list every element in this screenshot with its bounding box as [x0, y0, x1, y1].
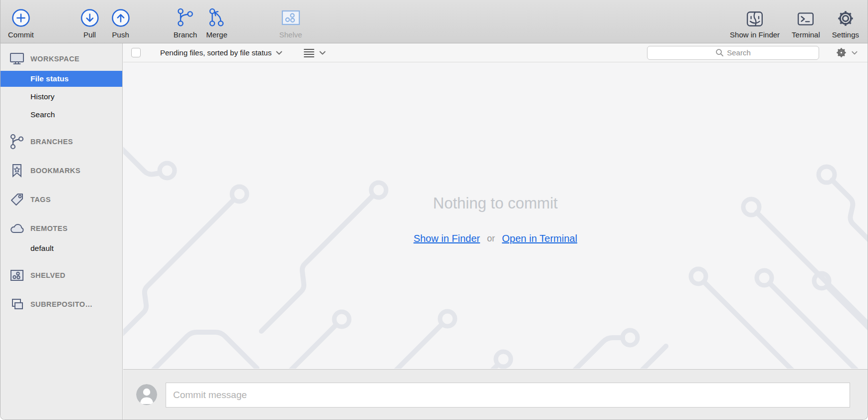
- branches-label: BRANCHES: [30, 138, 73, 146]
- commit-button[interactable]: Commit: [8, 0, 34, 43]
- show-in-finder-button[interactable]: Show in Finder: [730, 0, 780, 43]
- search-icon: [715, 48, 724, 57]
- toolbar: Commit Pull Push: [0, 0, 868, 43]
- push-arrow-icon: [111, 8, 131, 28]
- or-text: or: [487, 233, 495, 244]
- bookmarks-icon: [9, 163, 25, 179]
- shelved-icon: [9, 268, 25, 283]
- sidebar-section-workspace[interactable]: WORKSPACE: [0, 50, 122, 68]
- sidebar: WORKSPACE File status History Search BRA…: [0, 43, 123, 420]
- merge-label: Merge: [206, 30, 227, 39]
- shelved-label: SHELVED: [30, 271, 65, 279]
- sidebar-item-remote-default[interactable]: default: [0, 239, 122, 257]
- settings-label: Settings: [832, 30, 859, 39]
- toolbar-spacer: [302, 0, 730, 43]
- settings-button[interactable]: Settings: [832, 0, 859, 43]
- tags-label: TAGS: [30, 196, 51, 204]
- pull-arrow-icon: [80, 8, 100, 28]
- main-content: Nothing to commit Show in Finder or Open…: [123, 63, 868, 369]
- sidebar-section-branches[interactable]: BRANCHES: [0, 133, 122, 151]
- search-placeholder: Search: [727, 48, 751, 57]
- sidebar-section-shelved[interactable]: SHELVED: [0, 266, 122, 284]
- remotes-cloud-icon: [9, 222, 25, 235]
- view-options-chevron-down-icon[interactable]: [319, 51, 326, 55]
- commit-options-chevron-down-icon[interactable]: [852, 51, 858, 55]
- commit-options-gear-icon[interactable]: [836, 47, 847, 58]
- user-avatar: [136, 384, 157, 405]
- push-label: Push: [112, 30, 129, 39]
- commit-bar: [123, 369, 868, 420]
- push-button[interactable]: Push: [111, 0, 131, 43]
- pull-label: Pull: [83, 30, 96, 39]
- shelve-icon: [281, 8, 301, 28]
- settings-gear-icon: [836, 9, 855, 28]
- filter-bar: Pending files, sorted by file status Sea…: [123, 43, 868, 62]
- shelve-button[interactable]: Shelve: [279, 0, 302, 43]
- branch-button[interactable]: Branch: [174, 0, 198, 43]
- sidebar-item-history[interactable]: History: [0, 88, 122, 106]
- pending-files-dropdown-label[interactable]: Pending files, sorted by file status: [160, 48, 271, 57]
- tags-icon: [9, 192, 25, 208]
- show-in-finder-label: Show in Finder: [730, 30, 780, 39]
- remote-default-label: default: [30, 244, 54, 253]
- commit-plus-icon: [11, 8, 31, 28]
- sidebar-section-remotes[interactable]: REMOTES: [0, 219, 122, 237]
- sidebar-section-subrepositories[interactable]: SUBREPOSITO…: [0, 295, 122, 313]
- finder-icon: [746, 10, 764, 28]
- subrepositories-icon: [9, 297, 25, 312]
- history-label: History: [30, 92, 54, 101]
- file-status-label: File status: [30, 74, 69, 83]
- bookmarks-label: BOOKMARKS: [30, 167, 80, 175]
- subrepositories-label: SUBREPOSITO…: [30, 300, 93, 308]
- show-in-finder-link[interactable]: Show in Finder: [414, 233, 480, 244]
- view-options-icon[interactable]: [303, 47, 315, 58]
- sidebar-section-tags[interactable]: TAGS: [0, 191, 122, 209]
- search-item-label: Search: [30, 110, 55, 119]
- shelve-label: Shelve: [279, 30, 302, 39]
- search-input[interactable]: Search: [647, 46, 819, 60]
- pending-files-chevron-down-icon[interactable]: [276, 51, 282, 55]
- select-all-checkbox[interactable]: [131, 48, 141, 57]
- sidebar-item-file-status[interactable]: File status: [0, 71, 122, 87]
- open-in-terminal-link[interactable]: Open in Terminal: [502, 233, 577, 244]
- branches-icon: [9, 133, 25, 150]
- commit-message-input[interactable]: [166, 383, 850, 408]
- workspace-monitor-icon: [9, 51, 25, 66]
- sourcetree-window: Commit Pull Push: [0, 0, 868, 420]
- terminal-button[interactable]: Terminal: [792, 0, 820, 43]
- sidebar-section-bookmarks[interactable]: BOOKMARKS: [0, 162, 122, 180]
- merge-button[interactable]: Merge: [206, 0, 227, 43]
- pull-button[interactable]: Pull: [80, 0, 100, 43]
- workspace-label: WORKSPACE: [30, 55, 79, 63]
- branch-icon: [176, 7, 195, 28]
- remotes-label: REMOTES: [30, 224, 68, 232]
- sidebar-item-search[interactable]: Search: [0, 106, 122, 124]
- empty-state: Nothing to commit Show in Finder or Open…: [123, 195, 868, 244]
- branch-label: Branch: [174, 30, 198, 39]
- merge-icon: [208, 7, 225, 28]
- terminal-label: Terminal: [792, 30, 820, 39]
- nothing-to-commit-title: Nothing to commit: [433, 195, 558, 212]
- commit-label: Commit: [8, 30, 34, 39]
- terminal-icon: [797, 10, 815, 28]
